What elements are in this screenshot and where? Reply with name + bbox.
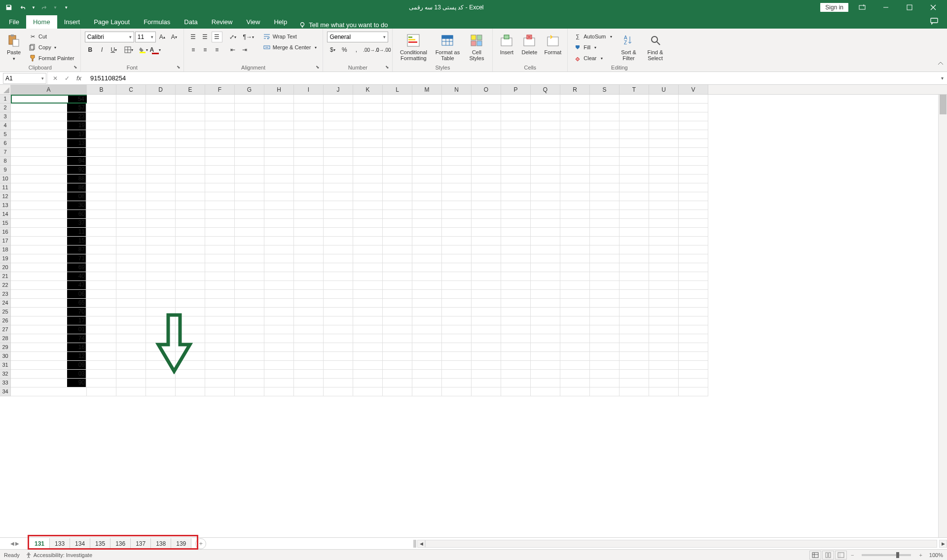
cell[interactable] bbox=[590, 201, 619, 210]
cell[interactable] bbox=[472, 104, 501, 112]
cell[interactable] bbox=[649, 104, 679, 112]
cell[interactable] bbox=[590, 281, 619, 290]
col-header-R[interactable]: R bbox=[560, 85, 590, 94]
align-right-button[interactable]: ≡ bbox=[212, 44, 222, 55]
cell[interactable] bbox=[679, 192, 708, 201]
cell[interactable] bbox=[235, 334, 264, 343]
cell[interactable]: 912817 bbox=[11, 130, 87, 139]
cell[interactable] bbox=[383, 210, 412, 219]
formula-input[interactable] bbox=[86, 73, 937, 84]
cell[interactable] bbox=[560, 104, 590, 112]
fx-button[interactable]: fx bbox=[73, 73, 84, 84]
cell[interactable] bbox=[472, 166, 501, 175]
cell[interactable] bbox=[87, 334, 116, 343]
cell[interactable] bbox=[205, 112, 235, 121]
cell[interactable]: 912840 bbox=[11, 272, 87, 281]
cell[interactable]: 912817 bbox=[11, 316, 87, 325]
cell[interactable] bbox=[472, 183, 501, 192]
underline-button[interactable]: U▾ bbox=[109, 44, 119, 55]
cell[interactable] bbox=[531, 112, 560, 121]
cell[interactable] bbox=[560, 210, 590, 219]
cell[interactable] bbox=[324, 245, 353, 254]
cell[interactable] bbox=[116, 112, 146, 121]
cell[interactable] bbox=[412, 112, 442, 121]
cell[interactable] bbox=[679, 263, 708, 272]
cell[interactable] bbox=[472, 112, 501, 121]
worksheet-grid[interactable]: ABCDEFGHIJKLMNOPQRSTUV 19151542912857391… bbox=[0, 85, 947, 537]
cell[interactable]: 912865 bbox=[11, 299, 87, 308]
cell[interactable] bbox=[176, 316, 205, 325]
cell[interactable] bbox=[87, 254, 116, 263]
col-header-J[interactable]: J bbox=[324, 85, 353, 94]
cell[interactable] bbox=[442, 192, 472, 201]
cell[interactable] bbox=[442, 281, 472, 290]
cell[interactable] bbox=[235, 192, 264, 201]
cell[interactable] bbox=[383, 352, 412, 361]
cell[interactable] bbox=[590, 192, 619, 201]
cell[interactable] bbox=[383, 219, 412, 228]
cell[interactable] bbox=[146, 254, 176, 263]
cell[interactable] bbox=[264, 370, 294, 379]
zoom-in-button[interactable]: + bbox=[919, 552, 922, 558]
cell[interactable] bbox=[531, 139, 560, 148]
cell[interactable] bbox=[560, 157, 590, 166]
cell[interactable] bbox=[619, 281, 649, 290]
cell[interactable] bbox=[649, 316, 679, 325]
cell[interactable] bbox=[531, 343, 560, 352]
cell[interactable] bbox=[235, 130, 264, 139]
cell[interactable] bbox=[264, 387, 294, 396]
cell[interactable] bbox=[472, 387, 501, 396]
cell[interactable] bbox=[619, 263, 649, 272]
cell[interactable] bbox=[412, 387, 442, 396]
row-header[interactable]: 13 bbox=[0, 201, 11, 210]
sheet-tab-135[interactable]: 135 bbox=[90, 538, 110, 549]
cell[interactable] bbox=[205, 121, 235, 130]
cell[interactable] bbox=[264, 157, 294, 166]
cell[interactable] bbox=[146, 343, 176, 352]
cell[interactable] bbox=[176, 299, 205, 308]
cell[interactable] bbox=[87, 210, 116, 219]
cell[interactable] bbox=[294, 299, 324, 308]
cell[interactable] bbox=[619, 201, 649, 210]
cell[interactable] bbox=[442, 387, 472, 396]
cell[interactable] bbox=[383, 139, 412, 148]
cell[interactable] bbox=[590, 299, 619, 308]
cell[interactable] bbox=[619, 104, 649, 112]
col-header-B[interactable]: B bbox=[87, 85, 116, 94]
cell[interactable] bbox=[501, 325, 531, 334]
cell[interactable] bbox=[353, 343, 383, 352]
tab-formulas[interactable]: Formulas bbox=[137, 15, 177, 29]
format-cells-button[interactable]: Format bbox=[542, 32, 563, 56]
cell[interactable] bbox=[619, 334, 649, 343]
cell[interactable] bbox=[531, 352, 560, 361]
cell[interactable] bbox=[649, 183, 679, 192]
cell[interactable] bbox=[294, 387, 324, 396]
cell[interactable] bbox=[116, 228, 146, 237]
cell[interactable] bbox=[619, 387, 649, 396]
cell[interactable] bbox=[531, 299, 560, 308]
cell[interactable] bbox=[264, 281, 294, 290]
cell[interactable] bbox=[531, 272, 560, 281]
cell[interactable] bbox=[619, 112, 649, 121]
cell[interactable] bbox=[590, 104, 619, 112]
cell[interactable] bbox=[531, 361, 560, 370]
cell[interactable] bbox=[412, 175, 442, 183]
cell[interactable] bbox=[383, 237, 412, 245]
cell[interactable] bbox=[353, 139, 383, 148]
cell[interactable] bbox=[116, 361, 146, 370]
cell[interactable] bbox=[176, 201, 205, 210]
cell[interactable] bbox=[87, 228, 116, 237]
row-header[interactable]: 34 bbox=[0, 387, 11, 396]
cell[interactable] bbox=[146, 272, 176, 281]
row-header[interactable]: 29 bbox=[0, 343, 11, 352]
col-header-F[interactable]: F bbox=[205, 85, 235, 94]
cell[interactable] bbox=[146, 281, 176, 290]
cell[interactable] bbox=[412, 104, 442, 112]
cell[interactable] bbox=[442, 166, 472, 175]
cell[interactable] bbox=[294, 157, 324, 166]
row-header[interactable]: 12 bbox=[0, 192, 11, 201]
cell[interactable] bbox=[176, 387, 205, 396]
cell[interactable] bbox=[560, 308, 590, 316]
cell[interactable] bbox=[649, 219, 679, 228]
cell[interactable] bbox=[679, 308, 708, 316]
